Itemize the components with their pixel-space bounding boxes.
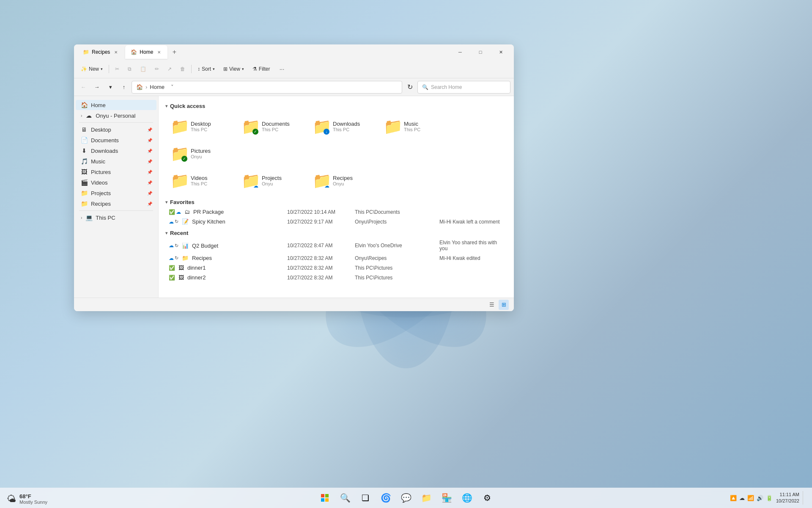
weather-temp: 68°F: [19, 493, 47, 500]
documents-folder-info: Documents This PC: [262, 121, 299, 132]
show-desktop-button[interactable]: [803, 491, 805, 505]
recent-locations-button[interactable]: ▾: [104, 81, 116, 93]
sidebar-onedrive-label: Onyu - Personal: [96, 113, 135, 119]
home-tab-close[interactable]: ✕: [156, 49, 162, 55]
delete-button[interactable]: 🗑: [177, 62, 189, 76]
network-icon[interactable]: 📶: [747, 495, 754, 501]
minimize-button[interactable]: ─: [450, 46, 470, 58]
widgets-button[interactable]: 🌀: [377, 489, 394, 506]
sort-label: Sort: [202, 66, 211, 72]
new-button[interactable]: ✨ New ▾: [77, 62, 106, 76]
folder-item-desktop[interactable]: 📁 Desktop This PC: [165, 114, 233, 138]
file-explorer-taskbar-button[interactable]: 📁: [418, 489, 435, 506]
edge-button[interactable]: 🌐: [458, 489, 475, 506]
more-button[interactable]: ···: [275, 62, 289, 76]
task-view-button[interactable]: ❏: [357, 489, 374, 506]
sidebar-item-videos[interactable]: 🎬 Videos 📌: [76, 177, 156, 188]
onedrive-tray-icon[interactable]: ☁: [739, 495, 745, 501]
address-input[interactable]: 🏠 › Home ˅: [132, 81, 402, 94]
view-button[interactable]: ⊞ View ▾: [220, 62, 247, 76]
folder-item-pictures[interactable]: 📁 ✓ Pictures Onyu: [165, 141, 233, 165]
copy-button[interactable]: ⧉: [124, 62, 135, 76]
taskbar-clock[interactable]: 11:11 AM 10/27/2022: [776, 491, 799, 505]
q2budget-status: ☁ ↻: [169, 243, 178, 248]
tray-chevron-icon[interactable]: 🔼: [730, 495, 737, 501]
chat-button[interactable]: 💬: [398, 489, 414, 506]
folder-item-music[interactable]: 📁 Music This PC: [379, 114, 446, 138]
sidebar-desktop-label: Desktop: [91, 127, 111, 133]
quick-access-header[interactable]: ▾ Quick access: [165, 99, 507, 111]
folder-item-projects[interactable]: 📁 ☁ Projects Onyu: [236, 168, 304, 192]
start-button[interactable]: [316, 489, 333, 506]
list-item[interactable]: ☁ ↻ 📝 Spicy Kitchen 10/27/2022 9:17 AM O…: [165, 217, 507, 226]
music-folder-name: Music: [404, 121, 441, 127]
list-item[interactable]: ✅ ☁ 🗂 PR Package 10/27/2022 10:14 AM Thi…: [165, 207, 507, 217]
documents-icon: 📄: [81, 137, 88, 144]
sidebar-item-desktop[interactable]: 🖥 Desktop 📌: [76, 124, 156, 135]
folder-item-recipes-grid[interactable]: 📁 ☁ Recipes Onyu: [307, 168, 375, 192]
pictures-folder-name: Pictures: [191, 148, 228, 154]
folder-item-downloads[interactable]: 📁 ↓ Downloads This PC: [307, 114, 375, 138]
recent-header[interactable]: ▾ Recent: [165, 226, 507, 238]
search-box[interactable]: 🔍 Search Home: [417, 81, 510, 94]
filter-label: Filter: [259, 66, 270, 72]
store-button[interactable]: 🏪: [438, 489, 455, 506]
sidebar-item-home[interactable]: 🏠 Home: [76, 100, 156, 110]
view-chevron-icon: ▾: [242, 67, 244, 71]
filter-button[interactable]: ⚗ Filter: [249, 62, 274, 76]
q2budget-filename: Q2 Budget: [192, 243, 218, 249]
documents-folder-sub: This PC: [262, 127, 299, 132]
folder-item-videos[interactable]: 📁 Videos This PC: [165, 168, 233, 192]
q2budget-date: 10/27/2022 8:47 AM: [287, 243, 355, 248]
sort-button[interactable]: ↕ Sort ▾: [194, 62, 218, 76]
search-taskbar-button[interactable]: 🔍: [337, 489, 354, 506]
tab-home[interactable]: 🏠 Home ✕: [125, 45, 167, 59]
grid-view-button[interactable]: ⊞: [499, 300, 509, 310]
svg-rect-7: [321, 498, 324, 502]
list-item[interactable]: ☁ ↻ 📁 Recipes 10/27/2022 8:32 AM Onyu\Re…: [165, 253, 507, 263]
quick-access-grid: 📁 Desktop This PC 📁 ✓ Documents: [165, 111, 507, 168]
back-button[interactable]: ←: [77, 81, 89, 93]
list-item[interactable]: ☁ ↻ 📊 Q2 Budget 10/27/2022 8:47 AM Elvin…: [165, 238, 507, 253]
weather-icon: 🌤: [7, 494, 16, 505]
cut-button[interactable]: ✂: [112, 62, 123, 76]
search-taskbar-icon: 🔍: [340, 493, 351, 503]
address-chevron-button[interactable]: ˅: [167, 82, 177, 92]
add-tab-button[interactable]: +: [168, 46, 180, 58]
list-view-button[interactable]: ☰: [487, 300, 497, 310]
forward-button[interactable]: →: [91, 81, 103, 93]
list-item[interactable]: ✅ 🖼 dinner2 10/27/2022 8:32 AM This PC\P…: [165, 273, 507, 282]
sidebar-item-music[interactable]: 🎵 Music 📌: [76, 156, 156, 166]
folder-item-documents[interactable]: 📁 ✓ Documents This PC: [236, 114, 304, 138]
weather-widget[interactable]: 🌤 68°F Mostly Sunny: [7, 493, 47, 505]
recipes-tab-close[interactable]: ✕: [112, 49, 119, 55]
sidebar-item-recipes[interactable]: 📁 Recipes 📌: [76, 199, 156, 209]
thispc-expand-icon: ›: [81, 215, 82, 220]
desktop-pin-icon: 📌: [147, 127, 152, 132]
sidebar-item-documents[interactable]: 📄 Documents 📌: [76, 135, 156, 145]
volume-icon[interactable]: 🔊: [757, 495, 763, 501]
desktop-folder-sub: This PC: [191, 127, 228, 132]
sidebar-item-onedrive[interactable]: › ☁ Onyu - Personal: [76, 110, 156, 121]
paste-button[interactable]: 📋: [137, 62, 150, 76]
sidebar-item-downloads[interactable]: ⬇ Downloads 📌: [76, 146, 156, 156]
close-button[interactable]: ✕: [491, 46, 510, 58]
downloads-folder-badge: ↓: [324, 129, 329, 135]
system-tray-icons[interactable]: 🔼 ☁ 📶 🔊 🔋: [730, 495, 773, 501]
sidebar-item-pictures[interactable]: 🖼 Pictures 📌: [76, 167, 156, 177]
sidebar-item-thispc[interactable]: › 💻 This PC: [76, 213, 156, 223]
sidebar-downloads-label: Downloads: [91, 148, 118, 154]
share-button[interactable]: ↗: [164, 62, 175, 76]
refresh-button[interactable]: ↻: [404, 81, 416, 93]
sidebar-music-label: Music: [91, 158, 105, 165]
list-item[interactable]: ✅ 🖼 dinner1 10/27/2022 8:32 AM This PC\P…: [165, 263, 507, 273]
favorites-header[interactable]: ▾ Favorites: [165, 196, 507, 207]
q2budget-activity: Elvin Yoo shared this with you: [439, 240, 504, 251]
sidebar-item-projects[interactable]: 📁 Projects 📌: [76, 188, 156, 198]
rename-button[interactable]: ✏: [151, 62, 162, 76]
maximize-button[interactable]: □: [471, 46, 490, 58]
battery-icon[interactable]: 🔋: [766, 495, 773, 501]
up-button[interactable]: ↑: [118, 81, 130, 93]
settings-taskbar-button[interactable]: ⚙: [479, 489, 496, 506]
tab-recipes[interactable]: 📁 Recipes ✕: [77, 45, 124, 59]
